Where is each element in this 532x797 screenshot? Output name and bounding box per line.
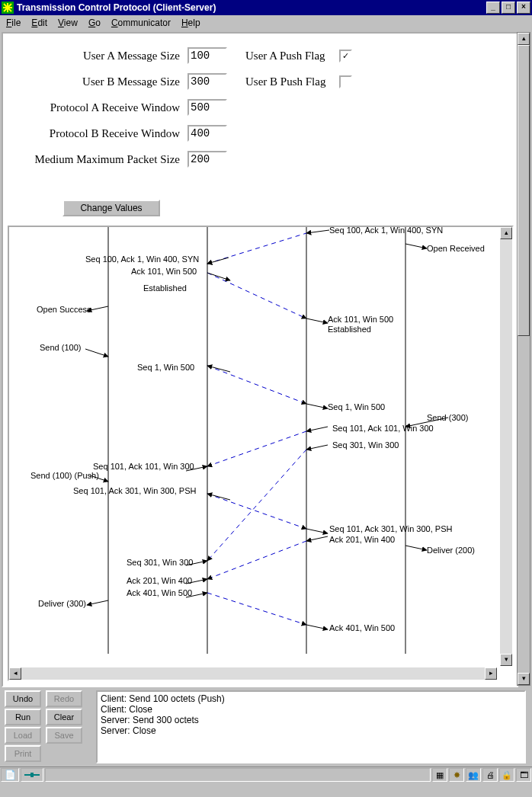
clear-button[interactable]: Clear <box>46 709 82 725</box>
user-b-size-input[interactable] <box>187 73 227 90</box>
status-tray-icon[interactable]: 🔒 <box>499 768 514 782</box>
diagram-label: Seq 1, Win 500 <box>137 363 194 372</box>
user-b-size-label: User B Message Size <box>11 75 187 88</box>
undo-button[interactable]: Undo <box>5 690 41 707</box>
diagram-label: Open Success <box>37 305 91 314</box>
diagram-label: Ack 101, Win 500 <box>328 315 393 324</box>
svg-line-33 <box>405 546 427 550</box>
medium-max-input[interactable] <box>187 151 227 168</box>
status-tray-icon[interactable]: ▦ <box>432 768 447 782</box>
diagram-horizontal-scrollbar[interactable]: ◂ ▸ <box>9 667 497 680</box>
svg-line-22 <box>85 349 108 357</box>
svg-line-31 <box>306 529 328 533</box>
diagram-label: Seq 101, Ack 101, Win 300 <box>93 462 194 471</box>
status-net-icon[interactable] <box>21 768 43 782</box>
svg-line-9 <box>207 273 306 318</box>
maximize-button[interactable]: □ <box>502 2 515 14</box>
svg-line-26 <box>306 427 328 431</box>
diagram-label: Send (100) <box>40 343 81 352</box>
svg-line-23 <box>207 366 230 372</box>
scroll-down-icon[interactable]: ▾ <box>500 654 512 666</box>
svg-line-11 <box>207 431 306 466</box>
status-message <box>45 768 431 782</box>
redo-button[interactable]: Redo <box>46 690 82 707</box>
scroll-down-icon[interactable]: ▾ <box>518 673 530 685</box>
protocol-b-window-input[interactable] <box>187 125 227 142</box>
svg-line-15 <box>207 593 306 625</box>
diagram-label: Send (300) <box>427 413 468 422</box>
window-buttons: _ □ × <box>486 2 530 14</box>
user-a-push-label: User A Push Flag <box>245 50 325 62</box>
protocol-b-window-label: Protocol B Receive Window <box>11 127 187 140</box>
menu-communicator[interactable]: Communicator <box>111 18 171 28</box>
diagram-label: Ack 401, Win 500 <box>127 588 192 597</box>
user-a-size-label: User A Message Size <box>11 50 187 62</box>
user-a-size-input[interactable] <box>187 47 227 64</box>
scroll-right-icon[interactable]: ▸ <box>485 667 497 680</box>
sequence-diagram: Seq 100, Ack 1, Win 400, SYN Open Receiv… <box>9 227 497 654</box>
change-values-button[interactable]: Change Values <box>62 200 160 216</box>
user-b-push-label: User B Push Flag <box>245 75 325 88</box>
save-button[interactable]: Save <box>46 727 82 744</box>
svg-line-18 <box>207 258 229 264</box>
menu-help[interactable]: Help <box>181 18 200 28</box>
load-button[interactable]: Load <box>5 727 41 744</box>
scroll-up-icon[interactable]: ▴ <box>518 33 530 45</box>
menu-view[interactable]: View <box>58 18 78 28</box>
menu-edit[interactable]: Edit <box>31 18 47 28</box>
svg-line-19 <box>207 273 230 280</box>
menu-bar: File Edit View Go Communicator Help <box>0 15 532 31</box>
content-area: User A Message Size User A Push Flag ✓ U… <box>0 30 532 782</box>
diagram-label: Ack 201, Win 400 <box>329 535 395 544</box>
diagram-label: Ack 101, Win 500 <box>131 267 197 276</box>
main-vertical-scrollbar[interactable]: ▴ ▾ <box>517 32 530 686</box>
diagram-label: Established <box>328 325 371 334</box>
status-tray-icon[interactable]: ✸ <box>449 768 464 782</box>
scroll-left-icon[interactable]: ◂ <box>9 667 21 680</box>
close-button[interactable]: × <box>517 2 530 14</box>
diagram-frame: Seq 100, Ack 1, Win 400, SYN Open Receiv… <box>8 226 514 681</box>
diagram-label: Seq 101, Ack 101, Win 300 <box>332 424 434 433</box>
diagram-label: Deliver (300) <box>38 599 86 608</box>
svg-line-21 <box>306 318 328 323</box>
svg-line-13 <box>207 494 306 529</box>
menu-file[interactable]: File <box>6 18 21 28</box>
user-b-push-checkbox[interactable] <box>339 75 352 88</box>
svg-line-10 <box>207 366 306 404</box>
diagram-label: Ack 201, Win 400 <box>127 576 192 585</box>
window-title: Transmission Control Protocol (Client-Se… <box>17 2 486 13</box>
scroll-thumb[interactable] <box>518 45 530 336</box>
medium-max-label: Medium Maximum Packet Size <box>11 153 187 166</box>
parameter-panel: User A Message Size User A Push Flag ✓ U… <box>11 43 352 172</box>
svg-line-37 <box>87 600 108 605</box>
minimize-button[interactable]: _ <box>486 2 500 14</box>
svg-line-27 <box>306 445 328 450</box>
diagram-label: Send (100) (Push) <box>30 471 99 480</box>
status-bar: 📄 ▦ ✸ 👥 🖨 🔒 🗔 <box>0 767 532 783</box>
diagram-vertical-scrollbar[interactable]: ▴ ▾ <box>500 227 512 666</box>
status-doc-icon[interactable]: 📄 <box>1 768 19 782</box>
svg-line-12 <box>207 450 306 561</box>
log-output[interactable]: Client: Send 100 octets (Push) Client: C… <box>96 690 526 763</box>
app-icon <box>2 2 14 14</box>
main-pane: User A Message Size User A Push Flag ✓ U… <box>2 32 518 687</box>
scroll-up-icon[interactable]: ▴ <box>500 227 512 239</box>
run-button[interactable]: Run <box>5 709 41 725</box>
diagram-label: Deliver (200) <box>427 546 475 555</box>
diagram-label: Ack 401, Win 500 <box>329 623 395 632</box>
diagram-label: Seq 301, Win 300 <box>127 558 193 567</box>
menu-go[interactable]: Go <box>88 18 101 28</box>
user-a-push-checkbox[interactable]: ✓ <box>339 50 352 62</box>
status-tray-icon[interactable]: 🗔 <box>516 768 531 782</box>
diagram-label: Seq 101, Ack 301, Win 300, PSH <box>73 486 196 495</box>
svg-line-32 <box>306 536 328 541</box>
diagram-label: Seq 301, Win 300 <box>332 440 399 450</box>
diagram-label: Seq 101, Ack 301, Win 300, PSH <box>329 524 452 533</box>
svg-rect-40 <box>30 773 34 777</box>
status-tray-icon[interactable]: 👥 <box>466 768 481 782</box>
diagram-label: Seq 100, Ack 1, Win 400, SYN <box>85 254 199 264</box>
protocol-a-window-input[interactable] <box>187 99 227 116</box>
print-button[interactable]: Print <box>5 745 41 762</box>
action-button-grid: Undo Redo Run Clear Load Save Print <box>2 687 96 767</box>
status-tray-icon[interactable]: 🖨 <box>482 768 498 782</box>
